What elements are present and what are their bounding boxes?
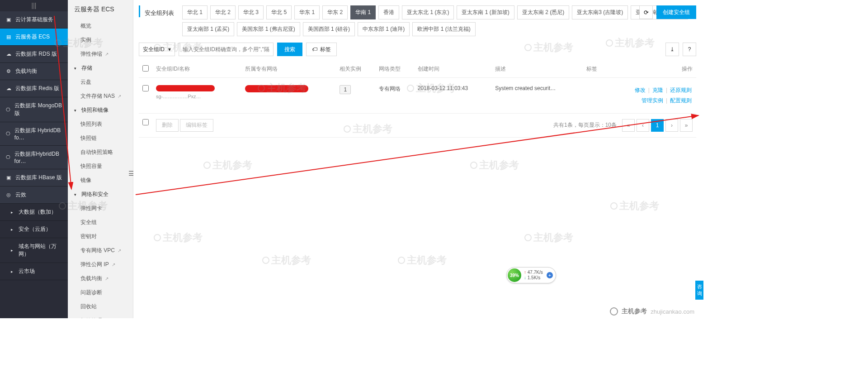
region-tab[interactable]: 亚太东南3 (吉隆坡) [572, 5, 628, 19]
col-tag: 标签 [583, 61, 607, 78]
cell-desc: System created securit… [491, 78, 583, 114]
op-clone[interactable]: 克隆 [652, 87, 663, 93]
nav-item-4[interactable]: 云盘 [68, 75, 133, 89]
nav-item-17[interactable]: 弹性公网 IP↗ [68, 258, 133, 272]
table-footer: 删除 编辑标签 共有1条，每页显示：10条 « ‹ 1 › » [139, 113, 696, 137]
op-restore-rules[interactable]: 还原规则 [670, 87, 692, 93]
op-manage-instances[interactable]: 管理实例 [642, 97, 663, 104]
filter-input[interactable] [179, 43, 274, 56]
export-icon: ⤓ [670, 46, 675, 53]
nav-item-20[interactable]: 回收站 [68, 300, 133, 314]
sidebar-item-5[interactable]: ⎔云数据库 MongoDB 版 [0, 97, 68, 122]
region-tab[interactable]: 华东 1 [294, 5, 320, 19]
refresh-button[interactable]: ⟳ [639, 5, 653, 19]
nav-item-13[interactable]: 弹性网卡 [68, 201, 133, 215]
export-button[interactable]: ⤓ [665, 43, 679, 56]
region-tab[interactable]: 亚太东南 1 (新加坡) [457, 5, 514, 19]
region-tab[interactable]: 华北 2 [210, 5, 236, 19]
sidebar-item-12[interactable]: ▸域名与网站（万网） [0, 238, 68, 263]
chevron-right-icon: ▸ [11, 269, 13, 274]
region-tab[interactable]: 华南 1 [350, 5, 376, 19]
region-tab[interactable]: 华北 5 [266, 5, 292, 19]
batch-edit-tag-button[interactable]: 编辑标签 [180, 119, 213, 132]
consult-side-tab[interactable]: 咨询 [695, 281, 703, 300]
search-button[interactable]: 搜索 [277, 43, 302, 56]
sidebar-collapse-toggle[interactable]: ||| [0, 0, 68, 11]
col-net-type: 网络类型 [375, 61, 414, 78]
nav-item-19[interactable]: 问题诊断 [68, 286, 133, 300]
help-button[interactable]: ? [683, 43, 696, 56]
tag-filter-button[interactable]: 🏷标签 [306, 43, 337, 56]
sidebar-title: 云服务器 ECS [68, 0, 133, 19]
widget-expand-icon[interactable]: + [547, 272, 553, 278]
region-tab[interactable]: 香港 [378, 5, 399, 19]
external-link-icon: ↗ [105, 276, 110, 281]
external-link-icon: ↗ [105, 52, 110, 57]
nav-item-5[interactable]: 文件存储 NAS↗ [68, 89, 133, 103]
region-tab[interactable]: 中东东部 1 (迪拜) [358, 22, 410, 36]
nav-item-10[interactable]: 快照容量 [68, 159, 133, 173]
sidebar-item-1[interactable]: ▤云服务器 ECS [0, 29, 68, 46]
nav-item-12[interactable]: ▾网络和安全 [68, 187, 133, 201]
service-icon: ▣ [5, 17, 12, 23]
row-checkbox[interactable] [142, 85, 149, 91]
filter-field-select[interactable]: 安全组ID▾ [139, 43, 175, 56]
footer-checkbox[interactable] [142, 119, 149, 125]
region-tab[interactable]: 亚太南部 1 (孟买) [182, 22, 234, 36]
col-vpc: 所属专有网络 [241, 61, 336, 78]
nav-item-9[interactable]: 自动快照策略 [68, 145, 133, 159]
nav-item-0[interactable]: 概览 [68, 19, 133, 33]
op-config-rules[interactable]: 配置规则 [670, 97, 692, 104]
sidebar-item-3[interactable]: ⚙负载均衡 [0, 63, 68, 80]
sidebar-item-13[interactable]: ▸云市场 [0, 263, 68, 280]
region-tab[interactable]: 美国东部 1 (弗吉尼亚) [237, 22, 300, 36]
nav-item-3[interactable]: ▾存储 [68, 61, 133, 75]
sidebar-item-2[interactable]: ☁云数据库 RDS 版 [0, 46, 68, 63]
table-row: sg-……………Pxz… 1 专有网络 2018-03-12 11:03:43 … [139, 78, 696, 114]
service-icon: ⎔ [5, 154, 11, 160]
page-last[interactable]: » [680, 119, 693, 132]
nav-item-16[interactable]: 专有网络 VPC↗ [68, 244, 133, 258]
region-tab[interactable]: 欧洲中部 1 (法兰克福) [412, 22, 475, 36]
network-monitor-widget[interactable]: 39% 47.7K/s 1.5K/s + [506, 267, 556, 283]
nav-item-8[interactable]: 快照链 [68, 131, 133, 145]
nav-item-2[interactable]: 弹性伸缩↗ [68, 47, 133, 61]
sidebar-item-0[interactable]: ▣云计算基础服务 [0, 11, 68, 29]
col-id-name: 安全组ID/名称 [152, 61, 241, 78]
nav-item-21[interactable]: 标签管理 [68, 314, 133, 318]
sidebar-item-11[interactable]: ▸安全（云盾） [0, 221, 68, 238]
sidebar-item-4[interactable]: ☁云数据库 Redis 版 [0, 80, 68, 97]
batch-delete-button[interactable]: 删除 [156, 119, 179, 132]
sidebar-item-8[interactable]: ▣云数据库 HBase 版 [0, 169, 68, 186]
region-tab[interactable]: 亚太东北 1 (东京) [402, 5, 454, 19]
region-tab[interactable]: 华北 3 [238, 5, 264, 19]
col-created: 创建时间 [414, 61, 492, 78]
page-next[interactable]: › [665, 119, 678, 132]
sidebar-item-7[interactable]: ⎔云数据库HybridDB for… [0, 146, 68, 169]
region-tab[interactable]: 亚太东南 2 (悉尼) [517, 5, 569, 19]
nav-item-15[interactable]: 密钥对 [68, 229, 133, 244]
select-all-checkbox[interactable] [142, 65, 149, 72]
nav-item-7[interactable]: 快照列表 [68, 117, 133, 131]
region-tab[interactable]: 华东 2 [322, 5, 348, 19]
region-tab[interactable]: 美国西部 1 (硅谷) [303, 22, 355, 36]
sidebar-item-10[interactable]: ▸大数据（数加） [0, 204, 68, 221]
create-security-group-button[interactable]: 创建安全组 [656, 5, 696, 19]
chevron-right-icon: ▸ [11, 248, 13, 253]
nav-item-18[interactable]: 负载均衡↗ [68, 272, 133, 286]
sidebar-item-9[interactable]: ◎云效 [0, 186, 68, 204]
page-1[interactable]: 1 [651, 119, 664, 132]
sidebar-item-6[interactable]: ⎔云数据库 HybridDB fo… [0, 122, 68, 146]
nav-item-11[interactable]: 镜像 [68, 173, 133, 187]
service-icon: ▤ [5, 34, 12, 40]
nav-item-1[interactable]: 实例 [68, 33, 133, 47]
service-icon: ▣ [5, 175, 12, 181]
redacted-name [156, 85, 215, 91]
nav-item-14[interactable]: 安全组 [68, 215, 133, 229]
page-prev[interactable]: ‹ [637, 119, 649, 132]
nav-item-6[interactable]: ▾快照和镜像 [68, 103, 133, 117]
external-link-icon: ↗ [118, 94, 123, 99]
region-tab[interactable]: 华北 1 [182, 5, 208, 19]
op-modify[interactable]: 修改 [635, 87, 646, 93]
page-first[interactable]: « [622, 119, 635, 132]
